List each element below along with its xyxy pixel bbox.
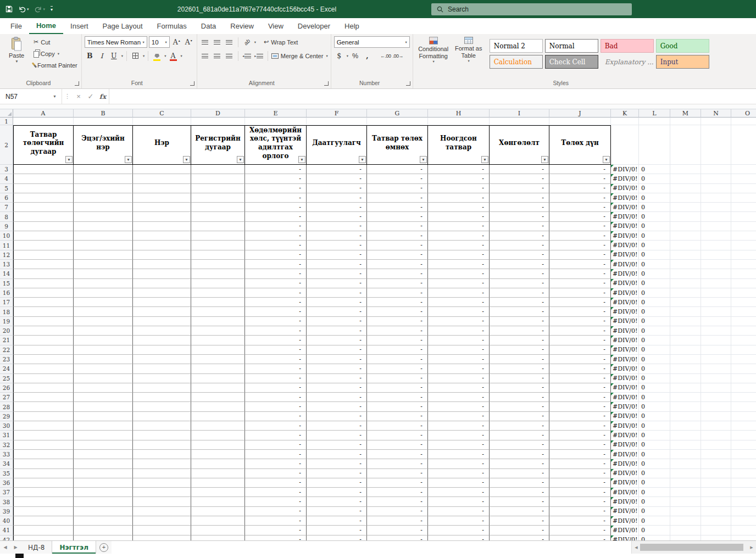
cell-N17[interactable] xyxy=(701,298,731,307)
cell-H23[interactable]: - xyxy=(428,355,490,364)
cell-B39[interactable] xyxy=(74,507,133,516)
cell-I8[interactable]: - xyxy=(490,212,549,221)
cell-O19[interactable] xyxy=(731,317,756,326)
cell-O24[interactable] xyxy=(731,364,756,373)
cell-I6[interactable]: - xyxy=(490,193,549,203)
orientation-button[interactable]: ab xyxy=(242,37,252,48)
cell-D7[interactable] xyxy=(191,203,245,212)
cell-G42[interactable]: - xyxy=(367,535,428,540)
cell-I25[interactable]: - xyxy=(490,374,549,383)
cell-D40[interactable] xyxy=(191,516,245,526)
cell-L2[interactable] xyxy=(639,125,670,165)
cell-K30[interactable]: #DIV/0! xyxy=(611,421,639,431)
cell-D18[interactable] xyxy=(191,307,245,316)
cell-K22[interactable]: #DIV/0! xyxy=(611,345,639,355)
cell-N23[interactable] xyxy=(701,355,731,364)
cell-F35[interactable]: - xyxy=(307,469,367,478)
cell-J13[interactable]: - xyxy=(549,260,611,269)
cell-F8[interactable]: - xyxy=(307,212,367,221)
cell-K19[interactable]: #DIV/0! xyxy=(611,317,639,326)
cell-O38[interactable] xyxy=(731,497,756,506)
cell-H17[interactable]: - xyxy=(428,298,490,307)
cell-I29[interactable]: - xyxy=(490,412,549,421)
cell-L6[interactable]: 0 xyxy=(639,193,670,203)
cell-N1[interactable] xyxy=(701,118,731,125)
middle-align-button[interactable] xyxy=(212,37,223,48)
cell-E3[interactable]: - xyxy=(245,165,307,174)
cell-F29[interactable]: - xyxy=(307,412,367,421)
cell-B24[interactable] xyxy=(74,364,133,373)
cell-C32[interactable] xyxy=(133,440,191,450)
cell-E7[interactable]: - xyxy=(245,203,307,212)
row-header-1[interactable]: 1 xyxy=(0,118,13,125)
cell-K9[interactable]: #DIV/0! xyxy=(611,222,639,231)
ribbon-tab-formulas[interactable]: Formulas xyxy=(150,18,194,34)
cell-E21[interactable]: - xyxy=(245,336,307,345)
cell-E25[interactable]: - xyxy=(245,374,307,383)
cell-D19[interactable] xyxy=(191,317,245,326)
cell-D13[interactable] xyxy=(191,260,245,269)
cell-G35[interactable]: - xyxy=(367,469,428,478)
cell-J4[interactable]: - xyxy=(549,174,611,183)
cell-N35[interactable] xyxy=(701,469,731,478)
cell-N13[interactable] xyxy=(701,260,731,269)
cell-N36[interactable] xyxy=(701,478,731,488)
cell-J23[interactable]: - xyxy=(549,355,611,364)
cell-K29[interactable]: #DIV/0! xyxy=(611,412,639,421)
row-header-9[interactable]: 9 xyxy=(0,222,13,231)
cell-E33[interactable]: - xyxy=(245,450,307,459)
cell-L8[interactable]: 0 xyxy=(639,212,670,221)
cell-K17[interactable]: #DIV/0! xyxy=(611,298,639,307)
cell-F20[interactable]: - xyxy=(307,326,367,336)
cell-K37[interactable]: #DIV/0! xyxy=(611,488,639,497)
cell-E8[interactable]: - xyxy=(245,212,307,221)
cell-L39[interactable]: 0 xyxy=(639,507,670,516)
cell-J33[interactable]: - xyxy=(549,450,611,459)
cell-D5[interactable] xyxy=(191,184,245,193)
cell-E29[interactable]: - xyxy=(245,412,307,421)
cell-K40[interactable]: #DIV/0! xyxy=(611,516,639,526)
row-header-34[interactable]: 34 xyxy=(0,459,13,468)
cell-K16[interactable]: #DIV/0! xyxy=(611,288,639,298)
cell-L18[interactable]: 0 xyxy=(639,307,670,316)
cell-E24[interactable]: - xyxy=(245,364,307,373)
cell-C21[interactable] xyxy=(133,336,191,345)
cell-L3[interactable]: 0 xyxy=(639,165,670,174)
cell-H40[interactable]: - xyxy=(428,516,490,526)
cell-O37[interactable] xyxy=(731,488,756,497)
cell-M39[interactable] xyxy=(670,507,701,516)
cell-H19[interactable]: - xyxy=(428,317,490,326)
cell-O34[interactable] xyxy=(731,459,756,468)
wrap-text-button[interactable]: ↩Wrap Text xyxy=(264,37,298,47)
cell-J5[interactable]: - xyxy=(549,184,611,193)
cell-L24[interactable]: 0 xyxy=(639,364,670,373)
header-cell-B[interactable]: Эцэг/эхийн нэр▼ xyxy=(74,125,133,165)
cell-N14[interactable] xyxy=(701,269,731,278)
ribbon-tab-developer[interactable]: Developer xyxy=(291,18,337,34)
header-cell-E[interactable]: Хөдөлмөрийн хөлс, түүнтэй адилтгах орлог… xyxy=(245,125,307,165)
cell-A16[interactable] xyxy=(13,288,74,298)
cell-O3[interactable] xyxy=(731,165,756,174)
cell-O8[interactable] xyxy=(731,212,756,221)
cell-N25[interactable] xyxy=(701,374,731,383)
cell-J41[interactable]: - xyxy=(549,526,611,535)
cell-H15[interactable]: - xyxy=(428,279,490,288)
cell-L9[interactable]: 0 xyxy=(639,222,670,231)
cell-M30[interactable] xyxy=(670,421,701,431)
cell-D32[interactable] xyxy=(191,440,245,450)
row-header-10[interactable]: 10 xyxy=(0,231,13,241)
bold-button[interactable]: B xyxy=(85,51,95,62)
cell-C37[interactable] xyxy=(133,488,191,497)
cell-D33[interactable] xyxy=(191,450,245,459)
cell-M13[interactable] xyxy=(670,260,701,269)
cell-M4[interactable] xyxy=(670,174,701,183)
cell-K1[interactable] xyxy=(611,118,639,125)
cell-N20[interactable] xyxy=(701,326,731,336)
cell-L33[interactable]: 0 xyxy=(639,450,670,459)
row-header-8[interactable]: 8 xyxy=(0,212,13,221)
row-header-38[interactable]: 38 xyxy=(0,497,13,506)
cell-H22[interactable]: - xyxy=(428,345,490,355)
cell-M20[interactable] xyxy=(670,326,701,336)
cell-D17[interactable] xyxy=(191,298,245,307)
cell-I15[interactable]: - xyxy=(490,279,549,288)
